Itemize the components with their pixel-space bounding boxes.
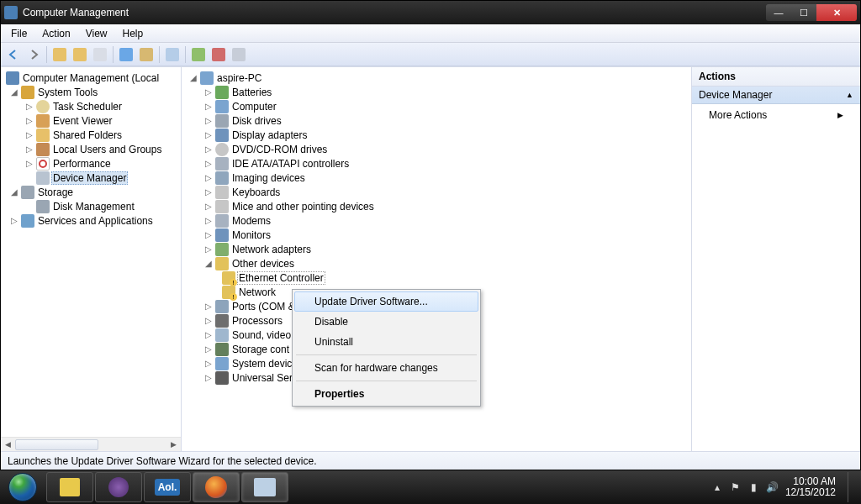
expand-icon[interactable]: ▷ (24, 102, 34, 111)
device-cat-modems[interactable]: ▷Modems (187, 213, 691, 228)
tree-item-storage[interactable]: ◢ Storage (3, 185, 181, 199)
tree-item-shared-folders[interactable]: ▷Shared Folders (3, 128, 181, 142)
expand-icon[interactable]: ▷ (203, 188, 214, 197)
expand-icon[interactable]: ▷ (24, 160, 34, 168)
ctx-update-driver[interactable]: Update Driver Software... (294, 291, 478, 312)
titlebar[interactable]: Computer Management — ☐ ✕ (1, 1, 860, 24)
toolbar-btn-3[interactable] (91, 45, 109, 64)
tree-item-local-users[interactable]: ▷Local Users and Groups (3, 142, 181, 156)
device-cat-computer[interactable]: ▷Computer (187, 99, 691, 113)
actions-more-actions[interactable]: More Actions ▶ (692, 104, 860, 126)
expand-icon[interactable]: ▷ (203, 102, 214, 111)
toolbar-btn-8[interactable] (209, 45, 228, 64)
toolbar-btn-6[interactable] (163, 45, 182, 64)
device-cat-dvd[interactable]: ▷DVD/CD-ROM drives (187, 142, 691, 156)
menu-action[interactable]: Action (35, 26, 77, 41)
volume-icon[interactable]: 🔊 (767, 481, 779, 493)
context-menu[interactable]: Update Driver Software... Disable Uninst… (292, 289, 481, 407)
device-cat-other-devices[interactable]: ◢Other devices (187, 256, 691, 270)
collapse-icon[interactable]: ◢ (203, 260, 214, 268)
taskbar-stickynotes[interactable] (46, 472, 93, 502)
expand-icon[interactable]: ▷ (203, 317, 214, 325)
ctx-scan-hardware[interactable]: Scan for hardware changes (294, 358, 478, 378)
tray-clock[interactable]: 10:00 AM 12/15/2012 (785, 476, 836, 498)
expand-icon[interactable]: ▷ (203, 117, 214, 125)
maximize-button[interactable]: ☐ (791, 4, 816, 21)
taskbar-yahoo-messenger[interactable] (95, 472, 142, 502)
left-pane-hscrollbar[interactable]: ◀ ▶ (1, 437, 181, 451)
actions-section-device-manager[interactable]: Device Manager ▲ (692, 87, 860, 104)
expand-icon[interactable]: ▷ (203, 345, 214, 354)
device-cat-monitors[interactable]: ▷Monitors (187, 228, 691, 242)
minimize-button[interactable]: — (766, 4, 791, 21)
taskbar-firefox[interactable] (193, 472, 240, 502)
ctx-uninstall[interactable]: Uninstall (294, 332, 478, 352)
device-cat-batteries[interactable]: ▷Batteries (187, 85, 691, 99)
menu-help[interactable]: Help (116, 26, 151, 41)
expand-icon[interactable]: ▷ (24, 145, 34, 154)
expand-icon[interactable]: ▷ (203, 331, 214, 339)
expand-icon[interactable]: ▷ (24, 131, 34, 139)
tree-item-services-apps[interactable]: ▷ Services and Applications (3, 213, 181, 228)
collapse-icon[interactable]: ◢ (9, 88, 19, 97)
tree-item-system-tools[interactable]: ◢ System Tools (3, 85, 181, 99)
power-icon[interactable]: ▮ (748, 481, 760, 493)
tree-root[interactable]: Computer Management (Local (3, 71, 181, 85)
device-root[interactable]: ◢ aspire-PC (187, 71, 691, 85)
forward-button[interactable] (24, 45, 43, 64)
expand-icon[interactable]: ▷ (203, 131, 214, 139)
expand-icon[interactable]: ▷ (203, 202, 214, 211)
tree-item-device-manager[interactable]: Device Manager (3, 171, 181, 185)
scroll-thumb[interactable] (15, 439, 98, 450)
expand-icon[interactable]: ▷ (203, 160, 214, 168)
device-cat-keyboards[interactable]: ▷Keyboards (187, 185, 691, 199)
show-desktop-button[interactable] (848, 472, 854, 502)
expand-icon[interactable]: ▷ (203, 360, 214, 368)
start-button[interactable] (0, 470, 45, 504)
toolbar-btn-9[interactable] (230, 45, 248, 64)
expand-icon[interactable]: ▷ (9, 217, 19, 225)
tree-item-performance[interactable]: ▷Performance (3, 156, 181, 171)
console-tree[interactable]: Computer Management (Local ◢ System Tool… (1, 67, 181, 231)
menu-file[interactable]: File (4, 26, 34, 41)
device-ethernet-controller[interactable]: !Ethernet Controller (187, 270, 691, 285)
toolbar-btn-2[interactable] (71, 45, 89, 64)
collapse-icon[interactable]: ◢ (9, 188, 19, 197)
toolbar-btn-1[interactable] (50, 45, 69, 64)
help-button[interactable] (117, 45, 135, 64)
scroll-right-icon[interactable]: ▶ (166, 438, 181, 452)
tree-item-event-viewer[interactable]: ▷Event Viewer (3, 113, 181, 128)
device-cat-mice[interactable]: ▷Mice and other pointing devices (187, 199, 691, 213)
system-tray[interactable]: ▴ ⚑ ▮ 🔊 10:00 AM 12/15/2012 (705, 472, 861, 502)
expand-icon[interactable]: ▷ (203, 88, 214, 97)
taskbar-computer-management[interactable] (241, 472, 288, 502)
tree-item-disk-management[interactable]: Disk Management (3, 199, 181, 213)
device-cat-display[interactable]: ▷Display adapters (187, 128, 691, 142)
device-cat-ide[interactable]: ▷IDE ATA/ATAPI controllers (187, 156, 691, 171)
expand-icon[interactable]: ▷ (203, 231, 214, 239)
expand-icon[interactable]: ▷ (203, 245, 214, 254)
device-cat-network-adapters[interactable]: ▷Network adapters (187, 242, 691, 256)
action-center-icon[interactable]: ⚑ (730, 481, 742, 493)
scroll-left-icon[interactable]: ◀ (1, 438, 15, 452)
tree-item-task-scheduler[interactable]: ▷Task Scheduler (3, 99, 181, 113)
expand-icon[interactable]: ▷ (203, 174, 214, 182)
toolbar-btn-7[interactable] (189, 45, 208, 64)
collapse-icon[interactable]: ◢ (188, 74, 198, 82)
expand-icon[interactable]: ▷ (203, 302, 214, 311)
back-button[interactable] (4, 45, 23, 64)
close-button[interactable]: ✕ (816, 4, 857, 21)
show-hidden-icons[interactable]: ▴ (711, 481, 723, 493)
expand-icon[interactable]: ▷ (203, 374, 214, 382)
device-cat-imaging[interactable]: ▷Imaging devices (187, 171, 691, 185)
expand-icon[interactable]: ▷ (203, 145, 214, 154)
expand-icon[interactable]: ▷ (24, 117, 34, 125)
device-cat-disk-drives[interactable]: ▷Disk drives (187, 113, 691, 128)
toolbar-btn-5[interactable] (137, 45, 156, 64)
taskbar-aol[interactable]: Aol. (144, 472, 191, 502)
menu-view[interactable]: View (79, 26, 114, 41)
taskbar[interactable]: Aol. ▴ ⚑ ▮ 🔊 10:00 AM 12/15/2012 (0, 470, 861, 504)
ctx-disable[interactable]: Disable (294, 312, 478, 332)
expand-icon[interactable]: ▷ (203, 217, 214, 225)
ctx-properties[interactable]: Properties (294, 384, 478, 404)
